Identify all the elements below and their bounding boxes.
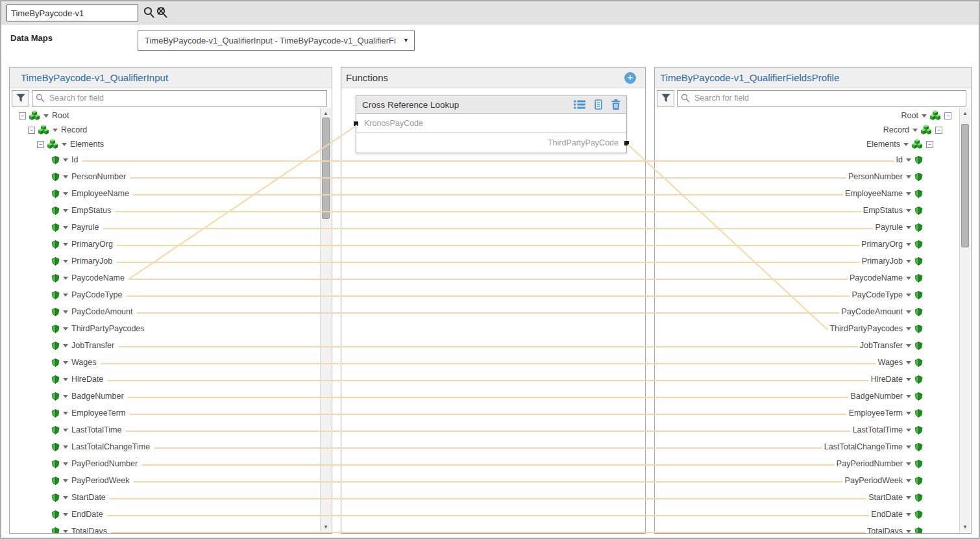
chevron-down-icon[interactable] <box>63 327 68 331</box>
data-map-select[interactable]: TimeByPaycode-v1_QualifierInput - TimeBy… <box>138 31 415 51</box>
output-connector-anchor[interactable] <box>624 141 629 145</box>
scroll-up-icon[interactable] <box>960 110 970 116</box>
collapse-toggle-icon[interactable] <box>944 112 951 119</box>
add-function-button[interactable]: + <box>624 72 636 84</box>
trash-icon[interactable] <box>611 99 620 110</box>
search-icon[interactable] <box>143 6 155 21</box>
target-field-payrule[interactable]: Payrule <box>655 220 971 234</box>
chevron-down-icon[interactable] <box>62 143 67 146</box>
chevron-down-icon[interactable] <box>63 412 68 415</box>
chevron-down-icon[interactable] <box>906 260 911 263</box>
chevron-down-icon[interactable] <box>906 344 911 347</box>
chevron-down-icon[interactable] <box>63 361 68 364</box>
target-field-enddate[interactable]: EndDate <box>655 507 971 521</box>
target-field-startdate[interactable]: StartDate <box>655 490 971 505</box>
source-field-enddate[interactable]: EndDate <box>10 507 332 521</box>
source-field-personnumber[interactable]: PersonNumber <box>10 169 332 184</box>
collapse-toggle-icon[interactable] <box>926 141 933 148</box>
chevron-down-icon[interactable] <box>63 209 68 212</box>
chevron-down-icon[interactable] <box>53 129 58 132</box>
collapse-toggle-icon[interactable] <box>37 141 44 148</box>
tree-node-root[interactable]: Root <box>10 108 332 123</box>
chevron-down-icon[interactable] <box>63 530 68 533</box>
scroll-down-icon[interactable] <box>321 524 331 530</box>
chevron-down-icon[interactable] <box>906 361 911 364</box>
target-field-badgenumber[interactable]: BadgeNumber <box>655 389 971 403</box>
chevron-down-icon[interactable] <box>906 479 911 483</box>
chevron-down-icon[interactable] <box>63 310 68 314</box>
scroll-up-icon[interactable] <box>321 110 331 116</box>
target-field-jobtransfer[interactable]: JobTransfer <box>655 338 971 353</box>
target-field-personnumber[interactable]: PersonNumber <box>655 169 971 184</box>
function-box-cross-reference-lookup[interactable]: Cross Reference Lookup KronosPayCode Thi… <box>356 95 627 153</box>
source-field-wages[interactable]: Wages <box>10 355 332 370</box>
source-field-hiredate[interactable]: HireDate <box>10 372 332 386</box>
tree-node-elements[interactable]: Elements <box>655 137 971 151</box>
tree-node-record[interactable]: Record <box>10 123 332 137</box>
source-field-totaldays[interactable]: TotalDays <box>10 524 332 533</box>
component-search-input[interactable] <box>6 5 138 21</box>
chevron-down-icon[interactable] <box>903 143 909 146</box>
source-field-employeeterm[interactable]: EmployeeTerm <box>10 406 332 420</box>
source-field-jobtransfer[interactable]: JobTransfer <box>10 338 332 353</box>
target-field-paycodetype[interactable]: PayCodeType <box>655 288 971 302</box>
target-field-id[interactable]: Id <box>655 153 971 167</box>
target-field-thirdpartypaycodes[interactable]: ThirdPartyPaycodes <box>655 321 971 336</box>
target-field-payperiodweek[interactable]: PayPeriodWeek <box>655 473 971 488</box>
chevron-down-icon[interactable] <box>906 327 911 331</box>
chevron-down-icon[interactable] <box>906 158 911 162</box>
chevron-down-icon[interactable] <box>906 513 911 516</box>
chevron-down-icon[interactable] <box>906 429 911 432</box>
chevron-down-icon[interactable] <box>63 243 68 246</box>
chevron-down-icon[interactable] <box>63 395 68 398</box>
target-field-lasttotaltime[interactable]: LastTotalTime <box>655 423 971 437</box>
target-filter-button[interactable] <box>657 90 674 107</box>
source-scrollbar[interactable] <box>320 108 331 533</box>
source-field-paycodeamount[interactable]: PayCodeAmount <box>10 305 332 319</box>
source-field-primaryorg[interactable]: PrimaryOrg <box>10 237 332 251</box>
source-field-lasttotaltime[interactable]: LastTotalTime <box>10 423 332 437</box>
source-field-payrule[interactable]: Payrule <box>10 220 332 234</box>
chevron-down-icon[interactable] <box>63 344 68 347</box>
chevron-down-icon[interactable] <box>906 192 911 195</box>
chevron-down-icon[interactable] <box>63 429 68 432</box>
target-field-employeeterm[interactable]: EmployeeTerm <box>655 406 971 420</box>
source-field-primaryjob[interactable]: PrimaryJob <box>10 254 332 268</box>
chevron-down-icon[interactable] <box>63 226 68 229</box>
chevron-down-icon[interactable] <box>906 226 911 229</box>
target-scrollbar[interactable] <box>959 108 970 533</box>
chevron-down-icon[interactable] <box>906 209 911 212</box>
chevron-down-icon[interactable] <box>906 294 911 297</box>
target-field-primaryjob[interactable]: PrimaryJob <box>655 254 971 268</box>
scrollbar-thumb[interactable] <box>961 124 969 247</box>
source-field-paycodename[interactable]: PaycodeName <box>10 271 332 285</box>
source-field-lasttotalchangetime[interactable]: LastTotalChangeTime <box>10 440 332 454</box>
list-icon[interactable] <box>574 100 585 109</box>
scrollbar-thumb[interactable] <box>322 118 330 219</box>
chevron-down-icon[interactable] <box>906 277 911 280</box>
target-field-search-input[interactable] <box>677 90 966 107</box>
chevron-down-icon[interactable] <box>63 496 68 499</box>
target-field-paycodeamount[interactable]: PayCodeAmount <box>655 305 971 319</box>
copy-icon[interactable] <box>593 99 604 110</box>
chevron-down-icon[interactable] <box>906 462 911 466</box>
target-field-employeename[interactable]: EmployeeName <box>655 186 971 201</box>
chevron-down-icon[interactable] <box>906 395 911 398</box>
function-output-row[interactable]: ThirdPartyPayCode <box>356 133 626 153</box>
chevron-down-icon[interactable] <box>63 378 68 381</box>
function-box-header[interactable]: Cross Reference Lookup <box>356 96 626 114</box>
source-field-id[interactable]: Id <box>10 153 332 167</box>
collapse-toggle-icon[interactable] <box>19 112 26 119</box>
scroll-down-icon[interactable] <box>960 524 970 530</box>
chevron-down-icon[interactable] <box>63 462 68 466</box>
chevron-down-icon[interactable] <box>906 310 911 314</box>
collapse-toggle-icon[interactable] <box>935 127 942 134</box>
target-field-wages[interactable]: Wages <box>655 355 971 370</box>
source-field-payperiodweek[interactable]: PayPeriodWeek <box>10 473 332 488</box>
source-field-thirdpartypaycodes[interactable]: ThirdPartyPaycodes <box>10 321 332 336</box>
chevron-down-icon[interactable] <box>63 445 68 449</box>
collapse-toggle-icon[interactable] <box>28 127 35 134</box>
chevron-down-icon[interactable] <box>63 260 68 263</box>
chevron-down-icon[interactable] <box>43 114 49 118</box>
chevron-down-icon[interactable] <box>63 479 68 483</box>
